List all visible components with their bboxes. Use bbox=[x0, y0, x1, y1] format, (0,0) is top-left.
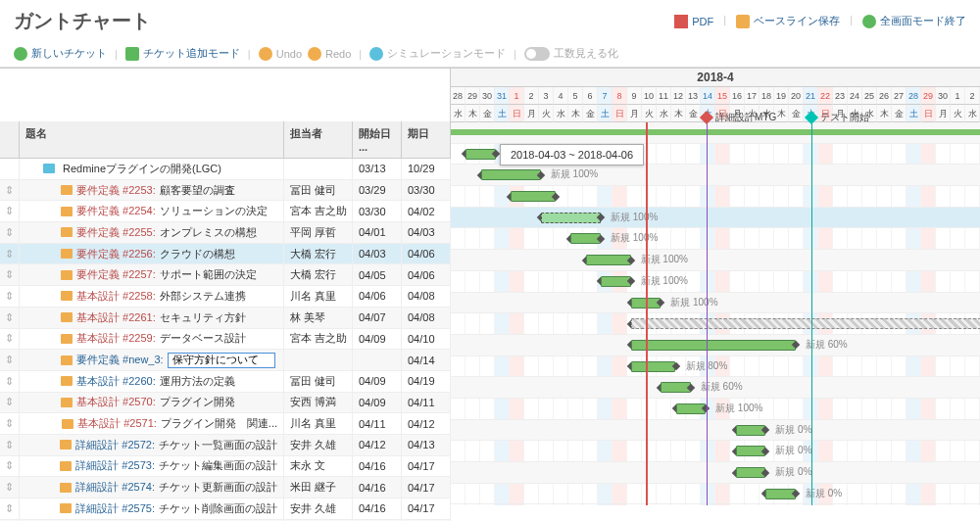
table-row[interactable]: ⇕ 要件定義 #new_3: 04/14 bbox=[0, 350, 451, 371]
table-row[interactable]: ⇕ 詳細設計 #2573: チケット編集画面の設計 末永 文 04/16 04/… bbox=[0, 456, 451, 478]
progress-label: 新規 0% bbox=[775, 423, 811, 437]
subject-cell[interactable]: 要件定義 #2253: 顧客要望の調査 bbox=[20, 180, 284, 201]
gantt-bar[interactable] bbox=[481, 169, 541, 180]
subject-cell[interactable]: 基本設計 #2260: 運用方法の定義 bbox=[20, 371, 284, 392]
gantt-bar[interactable] bbox=[541, 213, 601, 223]
drag-handle-icon[interactable]: ⇕ bbox=[0, 180, 20, 201]
export-pdf-link[interactable]: PDF bbox=[674, 14, 713, 28]
drag-handle-icon[interactable] bbox=[0, 159, 20, 179]
table-row[interactable]: ⇕ 詳細設計 #2572: チケット一覧画面の設計 安井 久雄 04/12 04… bbox=[0, 435, 451, 456]
folder-icon bbox=[60, 461, 72, 471]
subject-cell[interactable]: Redmineプラグインの開発(LGC) bbox=[20, 159, 284, 179]
drag-handle-icon[interactable]: ⇕ bbox=[0, 393, 20, 413]
due-date-cell: 04/11 bbox=[402, 393, 451, 413]
chart-row: 新規 100% bbox=[451, 271, 980, 293]
table-row[interactable]: ⇕ 要件定義 #2253: 顧客要望の調査 冨田 健司 03/29 03/30 bbox=[0, 180, 451, 202]
save-baseline-link[interactable]: ベースライン保存 bbox=[736, 14, 840, 28]
weekday-cell: 月 bbox=[524, 105, 539, 122]
subject-cell[interactable]: 基本設計 #2259: データベース設計 bbox=[20, 329, 284, 350]
save-icon bbox=[736, 15, 750, 28]
due-date-cell: 04/12 bbox=[402, 413, 451, 434]
start-date-cell: 03/29 bbox=[353, 180, 402, 201]
subject-cell[interactable]: 詳細設計 #2573: チケット編集画面の設計 bbox=[20, 456, 284, 477]
table-row[interactable]: ⇕ 要件定義 #2255: オンプレミスの構想 平岡 厚哲 04/01 04/0… bbox=[0, 222, 451, 244]
subject-cell[interactable]: 基本設計 #2261: セキュリティ方針 bbox=[20, 308, 284, 328]
col-assignee[interactable]: 担当者 bbox=[284, 121, 353, 158]
gantt-bar[interactable] bbox=[601, 276, 631, 287]
weekday-cell: 火 bbox=[951, 105, 965, 122]
gantt-bar[interactable] bbox=[511, 191, 556, 202]
drag-handle-icon[interactable]: ⇕ bbox=[0, 286, 20, 307]
subject-cell[interactable]: 要件定義 #2257: サポート範囲の決定 bbox=[20, 264, 284, 285]
gantt-bar[interactable] bbox=[586, 255, 631, 265]
col-start[interactable]: 開始日 ... bbox=[353, 121, 402, 158]
table-row[interactable]: ⇕ 要件定義 #2254: ソリューションの決定 宮本 吉之助 03/30 04… bbox=[0, 201, 451, 222]
ticket-title-input[interactable] bbox=[168, 353, 275, 368]
subject-cell[interactable]: 詳細設計 #2575: チケット削除画面の設計 bbox=[20, 498, 284, 519]
drag-handle-icon[interactable]: ⇕ bbox=[0, 329, 20, 350]
drag-handle-icon[interactable]: ⇕ bbox=[0, 244, 20, 264]
col-due[interactable]: 期日 bbox=[402, 121, 451, 158]
effort-toggle[interactable]: 工数見える化 bbox=[524, 46, 618, 61]
chart-row: 新規 0% bbox=[451, 484, 980, 505]
subject-cell[interactable]: 基本設計 #2571: プラグイン開発 関連... bbox=[20, 413, 284, 434]
subject-cell[interactable]: 要件定義 #2254: ソリューションの決定 bbox=[20, 201, 284, 221]
today-line bbox=[646, 122, 648, 505]
subject-cell[interactable]: 要件定義 #2255: オンプレミスの構想 bbox=[20, 222, 284, 243]
subject-cell[interactable]: 基本設計 #2258: 外部システム連携 bbox=[20, 286, 284, 307]
gantt-bar[interactable] bbox=[631, 318, 980, 329]
gantt-bar[interactable] bbox=[631, 340, 796, 351]
plus-icon bbox=[14, 47, 27, 61]
start-date-cell bbox=[353, 350, 402, 370]
chart-row: 新規 60% bbox=[451, 377, 980, 399]
table-row[interactable]: Redmineプラグインの開発(LGC) 03/13 10/29 bbox=[0, 159, 451, 180]
subject-cell[interactable]: 詳細設計 #2574: チケット更新画面の設計 bbox=[20, 477, 284, 497]
drag-handle-icon[interactable]: ⇕ bbox=[0, 456, 20, 477]
drag-handle-icon[interactable]: ⇕ bbox=[0, 201, 20, 221]
subject-cell[interactable]: 要件定義 #new_3: bbox=[20, 350, 284, 370]
folder-icon bbox=[61, 185, 73, 195]
table-row[interactable]: ⇕ 詳細設計 #2575: チケット削除画面の設計 安井 久雄 04/16 04… bbox=[0, 498, 451, 520]
drag-handle-icon[interactable]: ⇕ bbox=[0, 350, 20, 370]
table-row[interactable]: ⇕ 基本設計 #2259: データベース設計 宮本 吉之助 04/09 04/1… bbox=[0, 329, 451, 351]
due-date-cell: 04/13 bbox=[402, 435, 451, 455]
due-date-cell: 03/30 bbox=[402, 180, 451, 201]
drag-handle-icon[interactable]: ⇕ bbox=[0, 264, 20, 285]
table-row[interactable]: ⇕ 基本設計 #2571: プラグイン開発 関連... 川名 真里 04/11 … bbox=[0, 413, 451, 435]
subject-cell[interactable]: 基本設計 #2570: プラグイン開発 bbox=[20, 393, 284, 413]
fullscreen-icon bbox=[862, 15, 876, 28]
col-subject[interactable]: 題名 bbox=[20, 121, 284, 158]
gantt-bar[interactable] bbox=[631, 361, 676, 372]
drag-handle-icon[interactable]: ⇕ bbox=[0, 308, 20, 328]
project-bar[interactable] bbox=[451, 129, 980, 135]
day-cell: 27 bbox=[892, 87, 906, 105]
exit-fullscreen-link[interactable]: 全画面モード終了 bbox=[862, 14, 966, 28]
day-cell: 5 bbox=[568, 87, 583, 105]
table-row[interactable]: ⇕ 基本設計 #2570: プラグイン開発 安西 博満 04/09 04/11 bbox=[0, 393, 451, 414]
weekday-cell: 水 bbox=[451, 105, 466, 122]
assignee-cell: 冨田 健司 bbox=[284, 180, 353, 201]
table-row[interactable]: ⇕ 基本設計 #2260: 運用方法の定義 冨田 健司 04/09 04/19 bbox=[0, 371, 451, 393]
drag-handle-icon[interactable]: ⇕ bbox=[0, 222, 20, 243]
redo-button[interactable]: Redo bbox=[308, 47, 351, 61]
table-row[interactable]: ⇕ 要件定義 #2256: クラウドの構想 大橋 宏行 04/03 04/06 bbox=[0, 244, 451, 265]
new-ticket-button[interactable]: 新しいチケット bbox=[14, 46, 107, 61]
drag-handle-icon[interactable]: ⇕ bbox=[0, 413, 20, 434]
drag-handle-icon[interactable]: ⇕ bbox=[0, 477, 20, 497]
start-date-cell: 04/16 bbox=[353, 456, 402, 477]
drag-handle-icon[interactable]: ⇕ bbox=[0, 435, 20, 455]
subject-cell[interactable]: 要件定義 #2256: クラウドの構想 bbox=[20, 244, 284, 264]
start-date-cell: 04/09 bbox=[353, 371, 402, 392]
drag-handle-icon[interactable]: ⇕ bbox=[0, 371, 20, 392]
subject-cell[interactable]: 詳細設計 #2572: チケット一覧画面の設計 bbox=[20, 435, 284, 455]
table-row[interactable]: ⇕ 詳細設計 #2574: チケット更新画面の設計 米田 継子 04/16 04… bbox=[0, 477, 451, 498]
day-cell: 6 bbox=[583, 87, 598, 105]
undo-button[interactable]: Undo bbox=[259, 47, 302, 61]
add-ticket-mode-button[interactable]: チケット追加モード bbox=[125, 46, 240, 61]
table-row[interactable]: ⇕ 基本設計 #2258: 外部システム連携 川名 真里 04/06 04/08 bbox=[0, 286, 451, 308]
table-row[interactable]: ⇕ 要件定義 #2257: サポート範囲の決定 大橋 宏行 04/05 04/0… bbox=[0, 264, 451, 286]
simulation-mode-button[interactable]: シミュレーションモード bbox=[369, 46, 506, 61]
table-row[interactable]: ⇕ 基本設計 #2261: セキュリティ方針 林 美琴 04/07 04/08 bbox=[0, 308, 451, 329]
due-date-cell: 10/29 bbox=[402, 159, 451, 179]
drag-handle-icon[interactable]: ⇕ bbox=[0, 498, 20, 519]
